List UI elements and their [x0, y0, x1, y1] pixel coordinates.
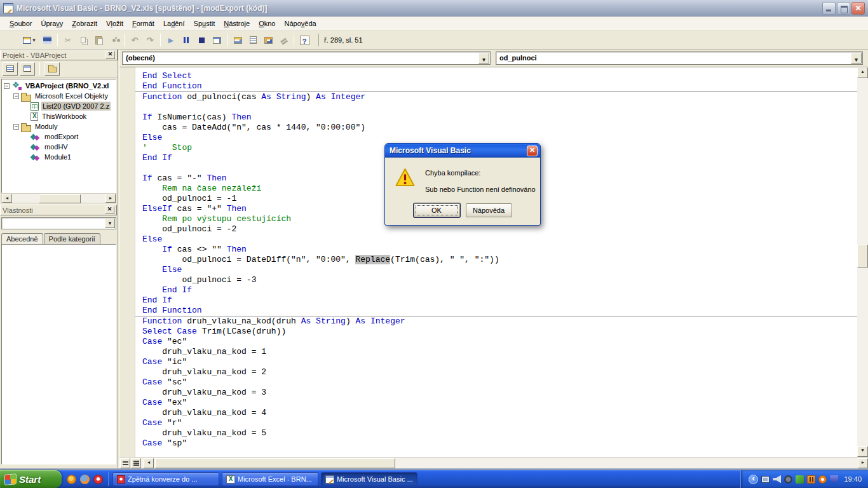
- design-mode-button[interactable]: [209, 33, 224, 48]
- properties-panel-close-icon[interactable]: [105, 206, 114, 214]
- scroll-left-icon[interactable]: [2, 194, 12, 203]
- code-line[interactable]: If cas <> "" Then: [142, 245, 857, 255]
- tree-item-vbaproject-brno-v2-xl[interactable]: −VBAProject (BRNO_V2.xl: [2, 81, 116, 91]
- menu-zobrazit[interactable]: Zobrazit: [67, 18, 102, 29]
- taskbar-task-microsoft-excel-brn[interactable]: Microsoft Excel - BRN...: [222, 472, 318, 486]
- project-panel-close-icon[interactable]: [105, 51, 115, 59]
- procedure-dropdown[interactable]: od_pulnoci: [496, 51, 863, 65]
- procedure-view-button[interactable]: [120, 458, 130, 468]
- code-line[interactable]: Else: [142, 133, 857, 143]
- tree-item-list20-gvd-2007-2-z[interactable]: List20 (GVD 2007 2.z: [2, 101, 116, 111]
- menu-upravy[interactable]: Úpravy: [36, 18, 67, 29]
- code-line[interactable]: If IsNumeric(cas) Then: [142, 112, 857, 123]
- code-line[interactable]: Case "r": [142, 418, 857, 428]
- code-line[interactable]: druh_vlaku_na_kod = 3: [142, 388, 857, 398]
- menu-format[interactable]: Formát: [128, 18, 159, 29]
- save-button[interactable]: [39, 33, 55, 48]
- taskbar-task-microsoft-visual-basic[interactable]: Microsoft Visual Basic ...: [321, 472, 417, 486]
- menu-okno[interactable]: Okno: [254, 18, 280, 29]
- tree-expander-icon[interactable]: −: [13, 124, 19, 130]
- minimize-button[interactable]: [822, 2, 836, 15]
- code-line[interactable]: Select Case Trim(LCase(druh)): [142, 327, 857, 337]
- help-button[interactable]: [297, 33, 312, 48]
- code-line[interactable]: druh_vlaku_na_kod = 4: [142, 408, 857, 418]
- start-button[interactable]: Start: [0, 470, 62, 488]
- code-editor[interactable]: End SelectEnd FunctionFunction od_pulnoc…: [135, 67, 857, 457]
- object-dropdown[interactable]: (obecné): [122, 51, 491, 65]
- scroll-down-icon[interactable]: [857, 446, 868, 457]
- code-line[interactable]: [142, 102, 857, 112]
- ok-button[interactable]: OK: [414, 203, 460, 217]
- scroll-up-icon[interactable]: [857, 67, 868, 78]
- taskbar-clock[interactable]: 19:40: [844, 475, 862, 483]
- properties-window-button[interactable]: [245, 33, 261, 48]
- scrollbar-thumb[interactable]: [39, 194, 81, 203]
- quick-launch-firefox-icon[interactable]: [80, 475, 90, 484]
- quick-launch-orange-badge-icon[interactable]: [67, 475, 76, 484]
- code-line[interactable]: cas = DateAdd("n", cas * 1440, "0:00:00"…: [142, 123, 857, 133]
- reset-button[interactable]: [194, 33, 209, 48]
- taskbar-task-zpetna-konverze-do[interactable]: Zpětná konverze do ...: [112, 472, 219, 486]
- code-line[interactable]: End If: [142, 285, 857, 295]
- code-margin-bar[interactable]: [119, 67, 135, 457]
- code-area[interactable]: End SelectEnd FunctionFunction od_pulnoc…: [135, 67, 857, 449]
- object-browser-button[interactable]: [261, 33, 276, 48]
- dialog-close-icon[interactable]: [527, 146, 538, 156]
- project-explorer-button[interactable]: [230, 33, 245, 48]
- tree-expander-icon[interactable]: −: [13, 93, 19, 99]
- scrollbar-thumb[interactable]: [857, 245, 868, 268]
- menu-napoveda[interactable]: Nápověda: [280, 18, 321, 29]
- code-line[interactable]: Case "ex": [142, 398, 857, 408]
- code-line[interactable]: Function druh_vlaku_na_kod(druh As Strin…: [135, 316, 857, 327]
- scrollbar-thumb[interactable]: [155, 458, 395, 468]
- project-tree[interactable]: −VBAProject (BRNO_V2.xl−Microsoft Excel …: [1, 79, 116, 193]
- tree-item-thisworkbook[interactable]: ThisWorkbook: [2, 111, 116, 121]
- code-line[interactable]: od_pulnoci = DateDiff("n", "0:00", Repla…: [142, 255, 857, 265]
- run-button[interactable]: [163, 33, 179, 48]
- chevron-down-icon[interactable]: [105, 219, 115, 228]
- scroll-left-icon[interactable]: [144, 458, 154, 468]
- green-app-icon[interactable]: [796, 475, 804, 484]
- code-line[interactable]: Case "ic": [142, 357, 857, 367]
- code-line[interactable]: End Function: [142, 306, 857, 316]
- properties-object-dropdown[interactable]: [1, 217, 116, 229]
- tab-podle-kategorii[interactable]: Podle kategorií: [44, 233, 100, 245]
- full-module-view-button[interactable]: [131, 458, 141, 468]
- menu-spustit[interactable]: Spustit: [189, 18, 220, 29]
- code-line[interactable]: druh_vlaku_na_kod = 5: [142, 428, 857, 438]
- insert-userform-button[interactable]: [19, 33, 39, 48]
- excel-button[interactable]: [4, 33, 19, 48]
- close-button[interactable]: [851, 2, 865, 15]
- menu-nastroje[interactable]: Nástroje: [219, 18, 254, 29]
- code-line[interactable]: od_pulnoci = -3: [142, 275, 857, 285]
- chevron-down-icon[interactable]: [851, 53, 862, 64]
- shield-icon[interactable]: [830, 475, 838, 484]
- scroll-right-icon[interactable]: [105, 194, 116, 203]
- media-pause-icon[interactable]: [807, 475, 815, 484]
- code-line[interactable]: End Function: [142, 81, 857, 92]
- toggle-folders-button[interactable]: [44, 62, 60, 76]
- tree-item-modhv[interactable]: modHV: [2, 142, 116, 152]
- tree-item-modexport[interactable]: modExport: [2, 132, 116, 142]
- view-object-button[interactable]: [20, 62, 35, 76]
- help-button[interactable]: Nápověda: [466, 203, 512, 217]
- menu-vlozit[interactable]: Vložit: [102, 18, 128, 29]
- tree-expander-icon[interactable]: −: [4, 83, 10, 89]
- tree-item-microsoft-excel-objekty[interactable]: −Microsoft Excel Objekty: [2, 91, 116, 101]
- project-tree-hscrollbar[interactable]: [1, 193, 116, 203]
- code-line[interactable]: End If: [142, 295, 857, 306]
- tree-item-module1[interactable]: Module1: [2, 152, 116, 162]
- code-line[interactable]: Case "sp": [142, 438, 857, 449]
- code-line[interactable]: druh_vlaku_na_kod = 2: [142, 367, 857, 377]
- display-icon[interactable]: [761, 476, 770, 483]
- menu-soubor[interactable]: Soubor: [5, 18, 36, 29]
- code-line[interactable]: Case "ec": [142, 337, 857, 347]
- view-code-button[interactable]: [3, 62, 18, 76]
- code-line[interactable]: Function od_pulnoci(cas As String) As In…: [135, 92, 857, 102]
- properties-list[interactable]: [1, 244, 116, 464]
- volume-icon[interactable]: [773, 475, 781, 484]
- code-hscrollbar[interactable]: [119, 457, 868, 468]
- menu-ladeni[interactable]: Ladění: [159, 18, 189, 29]
- tray-chevron-left-icon[interactable]: [749, 475, 758, 484]
- scroll-right-icon[interactable]: [858, 458, 868, 468]
